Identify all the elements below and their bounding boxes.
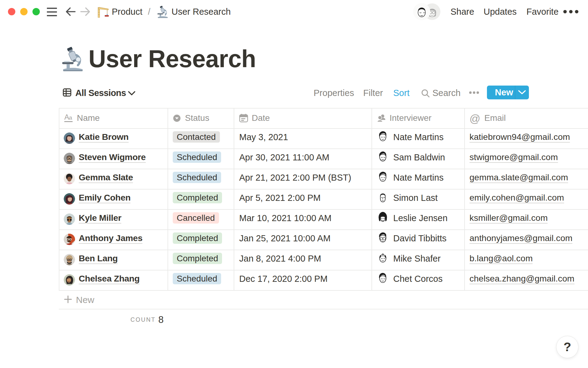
- svg-text:A: A: [64, 113, 69, 121]
- svg-text:a: a: [69, 114, 72, 121]
